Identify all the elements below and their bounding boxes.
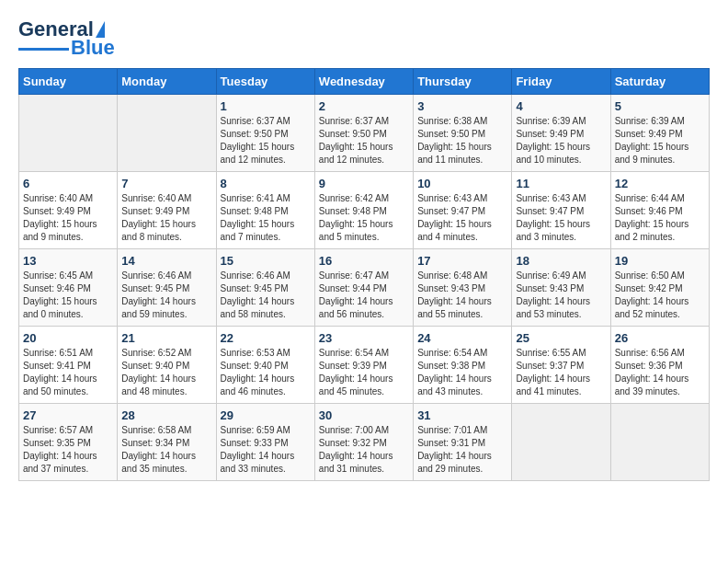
day-number: 14 xyxy=(121,254,211,268)
day-number: 8 xyxy=(221,177,311,190)
day-number: 17 xyxy=(417,254,507,268)
day-number: 5 xyxy=(615,99,705,113)
week-row-5: 27Sunrise: 6:57 AM Sunset: 9:35 PM Dayli… xyxy=(19,404,710,481)
day-info: Sunrise: 6:58 AM Sunset: 9:34 PM Dayligh… xyxy=(121,424,211,476)
day-number: 7 xyxy=(121,177,211,190)
day-number: 25 xyxy=(516,331,606,345)
logo-line xyxy=(18,48,69,51)
calendar-cell: 5Sunrise: 6:39 AM Sunset: 9:49 PM Daylig… xyxy=(610,95,709,172)
day-info: Sunrise: 6:55 AM Sunset: 9:37 PM Dayligh… xyxy=(516,347,606,398)
calendar-cell: 8Sunrise: 6:41 AM Sunset: 9:48 PM Daylig… xyxy=(216,172,314,249)
calendar-cell: 23Sunrise: 6:54 AM Sunset: 9:39 PM Dayli… xyxy=(314,327,413,404)
day-info: Sunrise: 6:43 AM Sunset: 9:47 PM Dayligh… xyxy=(516,192,606,244)
calendar-cell: 22Sunrise: 6:53 AM Sunset: 9:40 PM Dayli… xyxy=(216,327,314,404)
calendar-header-row: SundayMondayTuesdayWednesdayThursdayFrid… xyxy=(19,69,710,95)
day-header-friday: Friday xyxy=(512,69,610,95)
calendar-cell: 29Sunrise: 6:59 AM Sunset: 9:33 PM Dayli… xyxy=(216,404,314,481)
calendar-cell: 24Sunrise: 6:54 AM Sunset: 9:38 PM Dayli… xyxy=(414,327,512,404)
calendar-cell: 21Sunrise: 6:52 AM Sunset: 9:40 PM Dayli… xyxy=(118,327,216,404)
day-number: 20 xyxy=(23,331,113,345)
day-info: Sunrise: 6:57 AM Sunset: 9:35 PM Dayligh… xyxy=(23,424,113,476)
day-info: Sunrise: 6:42 AM Sunset: 9:48 PM Dayligh… xyxy=(319,192,409,244)
logo-text-blue: Blue xyxy=(71,37,115,59)
calendar-cell: 20Sunrise: 6:51 AM Sunset: 9:41 PM Dayli… xyxy=(19,327,118,404)
day-info: Sunrise: 6:41 AM Sunset: 9:48 PM Dayligh… xyxy=(221,192,311,244)
day-number: 10 xyxy=(417,177,507,190)
day-number: 27 xyxy=(23,408,113,422)
calendar-cell: 28Sunrise: 6:58 AM Sunset: 9:34 PM Dayli… xyxy=(118,404,216,481)
page-header: General Blue xyxy=(18,18,710,59)
calendar-cell: 16Sunrise: 6:47 AM Sunset: 9:44 PM Dayli… xyxy=(314,249,413,327)
day-number: 12 xyxy=(615,177,705,190)
day-number: 4 xyxy=(516,99,606,113)
day-number: 6 xyxy=(23,177,113,190)
day-info: Sunrise: 6:39 AM Sunset: 9:49 PM Dayligh… xyxy=(516,115,606,167)
day-info: Sunrise: 6:43 AM Sunset: 9:47 PM Dayligh… xyxy=(417,192,507,244)
day-header-thursday: Thursday xyxy=(414,69,512,95)
day-info: Sunrise: 6:53 AM Sunset: 9:40 PM Dayligh… xyxy=(221,347,311,398)
day-number: 15 xyxy=(221,254,311,268)
calendar-cell: 12Sunrise: 6:44 AM Sunset: 9:46 PM Dayli… xyxy=(610,172,709,249)
day-number: 13 xyxy=(23,254,113,268)
day-info: Sunrise: 6:46 AM Sunset: 9:45 PM Dayligh… xyxy=(221,270,311,321)
day-info: Sunrise: 6:54 AM Sunset: 9:38 PM Dayligh… xyxy=(417,347,507,398)
calendar-cell: 10Sunrise: 6:43 AM Sunset: 9:47 PM Dayli… xyxy=(414,172,512,249)
calendar-cell: 2Sunrise: 6:37 AM Sunset: 9:50 PM Daylig… xyxy=(314,95,413,172)
day-info: Sunrise: 6:44 AM Sunset: 9:46 PM Dayligh… xyxy=(615,192,705,244)
day-number: 1 xyxy=(221,99,311,113)
calendar-cell xyxy=(19,95,118,172)
day-info: Sunrise: 6:37 AM Sunset: 9:50 PM Dayligh… xyxy=(221,115,311,167)
calendar-cell: 7Sunrise: 6:40 AM Sunset: 9:49 PM Daylig… xyxy=(118,172,216,249)
day-info: Sunrise: 6:40 AM Sunset: 9:49 PM Dayligh… xyxy=(121,192,211,244)
logo: General Blue xyxy=(18,18,115,59)
day-number: 22 xyxy=(221,331,311,345)
day-number: 23 xyxy=(319,331,409,345)
week-row-4: 20Sunrise: 6:51 AM Sunset: 9:41 PM Dayli… xyxy=(19,327,710,404)
calendar-cell: 31Sunrise: 7:01 AM Sunset: 9:31 PM Dayli… xyxy=(414,404,512,481)
day-number: 16 xyxy=(319,254,409,268)
day-info: Sunrise: 6:50 AM Sunset: 9:42 PM Dayligh… xyxy=(615,270,705,321)
day-header-wednesday: Wednesday xyxy=(314,69,413,95)
day-info: Sunrise: 6:54 AM Sunset: 9:39 PM Dayligh… xyxy=(319,347,409,398)
calendar-cell: 30Sunrise: 7:00 AM Sunset: 9:32 PM Dayli… xyxy=(314,404,413,481)
day-number: 30 xyxy=(319,408,409,422)
day-info: Sunrise: 6:40 AM Sunset: 9:49 PM Dayligh… xyxy=(23,192,113,244)
day-number: 26 xyxy=(615,331,705,345)
day-number: 18 xyxy=(516,254,606,268)
calendar-cell: 27Sunrise: 6:57 AM Sunset: 9:35 PM Dayli… xyxy=(19,404,118,481)
calendar-cell: 26Sunrise: 6:56 AM Sunset: 9:36 PM Dayli… xyxy=(610,327,709,404)
day-info: Sunrise: 6:49 AM Sunset: 9:43 PM Dayligh… xyxy=(516,270,606,321)
day-info: Sunrise: 6:47 AM Sunset: 9:44 PM Dayligh… xyxy=(319,270,409,321)
day-info: Sunrise: 6:38 AM Sunset: 9:50 PM Dayligh… xyxy=(417,115,507,167)
calendar-cell: 15Sunrise: 6:46 AM Sunset: 9:45 PM Dayli… xyxy=(216,249,314,327)
calendar-cell: 1Sunrise: 6:37 AM Sunset: 9:50 PM Daylig… xyxy=(216,95,314,172)
calendar-cell xyxy=(118,95,216,172)
day-info: Sunrise: 7:01 AM Sunset: 9:31 PM Dayligh… xyxy=(417,424,507,476)
calendar-table: SundayMondayTuesdayWednesdayThursdayFrid… xyxy=(18,68,710,481)
calendar-cell xyxy=(610,404,709,481)
day-header-monday: Monday xyxy=(118,69,216,95)
day-number: 31 xyxy=(417,408,507,422)
calendar-cell: 4Sunrise: 6:39 AM Sunset: 9:49 PM Daylig… xyxy=(512,95,610,172)
day-header-sunday: Sunday xyxy=(19,69,118,95)
calendar-cell: 11Sunrise: 6:43 AM Sunset: 9:47 PM Dayli… xyxy=(512,172,610,249)
day-info: Sunrise: 6:51 AM Sunset: 9:41 PM Dayligh… xyxy=(23,347,113,398)
day-info: Sunrise: 6:52 AM Sunset: 9:40 PM Dayligh… xyxy=(121,347,211,398)
day-number: 11 xyxy=(516,177,606,190)
day-number: 3 xyxy=(417,99,507,113)
calendar-cell: 9Sunrise: 6:42 AM Sunset: 9:48 PM Daylig… xyxy=(314,172,413,249)
day-number: 24 xyxy=(417,331,507,345)
day-number: 2 xyxy=(319,99,409,113)
week-row-1: 1Sunrise: 6:37 AM Sunset: 9:50 PM Daylig… xyxy=(19,95,710,172)
day-number: 9 xyxy=(319,177,409,190)
day-number: 29 xyxy=(221,408,311,422)
day-info: Sunrise: 6:37 AM Sunset: 9:50 PM Dayligh… xyxy=(319,115,409,167)
day-info: Sunrise: 6:39 AM Sunset: 9:49 PM Dayligh… xyxy=(615,115,705,167)
week-row-3: 13Sunrise: 6:45 AM Sunset: 9:46 PM Dayli… xyxy=(19,249,710,327)
day-info: Sunrise: 7:00 AM Sunset: 9:32 PM Dayligh… xyxy=(319,424,409,476)
calendar-cell: 14Sunrise: 6:46 AM Sunset: 9:45 PM Dayli… xyxy=(118,249,216,327)
calendar-cell: 19Sunrise: 6:50 AM Sunset: 9:42 PM Dayli… xyxy=(610,249,709,327)
day-number: 28 xyxy=(121,408,211,422)
day-header-saturday: Saturday xyxy=(610,69,709,95)
day-info: Sunrise: 6:56 AM Sunset: 9:36 PM Dayligh… xyxy=(615,347,705,398)
